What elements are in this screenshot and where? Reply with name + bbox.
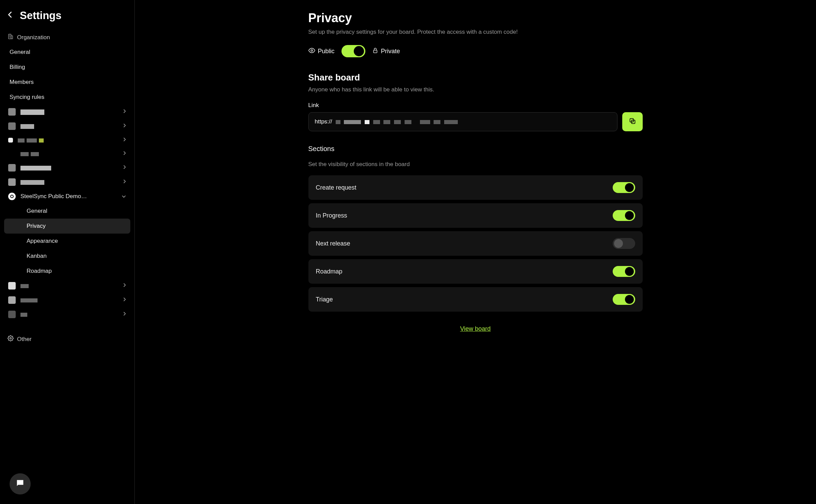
- project-row[interactable]: [4, 133, 130, 147]
- section-item: Create request: [308, 175, 643, 200]
- chat-widget-button[interactable]: [10, 473, 31, 494]
- nav-billing[interactable]: Billing: [4, 60, 130, 75]
- organization-label: Organization: [17, 34, 50, 41]
- chevron-right-icon: [123, 123, 126, 129]
- main-content: Privacy Set up the privacy settings for …: [135, 0, 816, 504]
- svg-point-5: [10, 338, 12, 339]
- share-subtitle: Anyone who has this link will be able to…: [308, 86, 643, 93]
- lock-icon: [372, 47, 378, 55]
- project-row-expanded[interactable]: SteelSync Public Demo…: [4, 189, 130, 204]
- chevron-right-icon: [123, 179, 126, 185]
- nav-board-general[interactable]: General: [4, 204, 130, 219]
- private-label: Private: [372, 47, 400, 55]
- project-row[interactable]: [4, 147, 130, 161]
- public-label: Public: [308, 47, 335, 56]
- svg-rect-1: [11, 36, 13, 39]
- nav-board-kanban[interactable]: Kanban: [4, 249, 130, 264]
- nav-members[interactable]: Members: [4, 75, 130, 90]
- section-label: Next release: [316, 240, 350, 247]
- sections-title: Sections: [308, 145, 643, 153]
- nav-board-appearance[interactable]: Appearance: [4, 234, 130, 249]
- section-toggle-triage[interactable]: [613, 294, 635, 305]
- nav-general[interactable]: General: [4, 45, 130, 60]
- nav-board-roadmap[interactable]: Roadmap: [4, 264, 130, 279]
- section-item: Triage: [308, 287, 643, 312]
- section-label: Create request: [316, 184, 356, 191]
- chevron-down-icon: [121, 193, 126, 199]
- chevron-right-icon: [123, 283, 126, 289]
- eye-icon: [308, 47, 315, 56]
- privacy-toggle[interactable]: [341, 45, 365, 57]
- project-row[interactable]: [4, 175, 130, 189]
- chevron-right-icon: [123, 165, 126, 171]
- section-toggle-in-progress[interactable]: [613, 210, 635, 221]
- other-header: Other: [4, 332, 130, 346]
- view-board-link[interactable]: View board: [460, 325, 491, 332]
- chevron-right-icon: [123, 151, 126, 157]
- other-label: Other: [17, 336, 32, 343]
- sidebar-title: Settings: [20, 10, 61, 22]
- svg-rect-7: [373, 50, 377, 53]
- project-row[interactable]: [4, 105, 130, 119]
- gear-icon: [8, 335, 14, 343]
- project-row[interactable]: [4, 293, 130, 307]
- chevron-right-icon: [123, 109, 126, 115]
- chevron-right-icon: [123, 137, 126, 143]
- section-item: In Progress: [308, 203, 643, 228]
- organization-header: Organization: [4, 30, 130, 45]
- project-row[interactable]: [4, 307, 130, 322]
- nav-board-privacy[interactable]: Privacy: [4, 219, 130, 234]
- section-item: Roadmap: [308, 259, 643, 284]
- chat-icon: [15, 478, 25, 489]
- chevron-right-icon: [123, 311, 126, 317]
- project-name: SteelSync Public Demo…: [20, 193, 87, 200]
- chevron-right-icon: [123, 297, 126, 303]
- share-title: Share board: [308, 72, 643, 83]
- link-label: Link: [308, 102, 643, 109]
- sections-subtitle: Set the visibility of sections in the bo…: [308, 161, 643, 168]
- section-label: Roadmap: [316, 268, 343, 275]
- section-label: In Progress: [316, 212, 347, 219]
- section-toggle-roadmap[interactable]: [613, 266, 635, 277]
- section-toggle-next-release[interactable]: [613, 238, 635, 249]
- project-row[interactable]: [4, 161, 130, 175]
- settings-sidebar: Settings Organization General Billing Me…: [0, 0, 135, 504]
- share-link-input[interactable]: https://: [308, 112, 617, 131]
- section-label: Triage: [316, 296, 333, 303]
- section-toggle-create-request[interactable]: [613, 182, 635, 193]
- back-button[interactable]: [8, 11, 12, 20]
- page-description: Set up the privacy settings for your boa…: [308, 29, 643, 35]
- section-item: Next release: [308, 231, 643, 256]
- copy-icon: [629, 117, 636, 126]
- organization-icon: [8, 33, 14, 41]
- project-row[interactable]: [4, 119, 130, 133]
- copy-link-button[interactable]: [622, 112, 643, 131]
- page-title: Privacy: [308, 11, 643, 25]
- project-row[interactable]: [4, 279, 130, 293]
- nav-syncing-rules[interactable]: Syncing rules: [4, 90, 130, 105]
- svg-point-6: [311, 49, 312, 51]
